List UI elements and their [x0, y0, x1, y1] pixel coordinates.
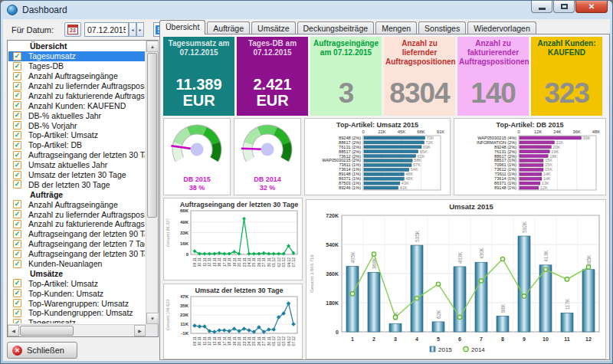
checkbox-checked-icon[interactable]: ✓: [13, 319, 21, 323]
bar-value-label: 535K: [415, 230, 420, 242]
checkbox-checked-icon[interactable]: ✓: [13, 121, 21, 130]
list-item-label: Top-Artikel: DB: [28, 140, 82, 149]
x-tick-label: 10: [543, 336, 549, 342]
checkbox-checked-icon[interactable]: ✓: [13, 220, 21, 228]
tab-umsaetze[interactable]: Umsätze: [251, 21, 295, 34]
checkbox-checked-icon[interactable]: ✓: [13, 279, 21, 287]
tile-header: Anzahl zu liefernder Auftragspositionen: [385, 39, 454, 66]
sidebar-item-auftragseingang-der-letzten-90-tage[interactable]: ✓Auftragseingang der letzten 90 Tage: [8, 229, 145, 239]
checkbox-checked-icon[interactable]: ✓: [13, 161, 21, 169]
horizontal-scroll-thumb[interactable]: [20, 326, 74, 336]
checkbox-checked-icon[interactable]: ✓: [13, 250, 21, 258]
schliessen-button[interactable]: ✕ Schließen: [7, 342, 77, 359]
sidebar-item-top-kundengruppen-umsatz[interactable]: ✓Top-Kundengruppen: Umsatz: [8, 308, 145, 318]
checkbox-checked-icon[interactable]: ✓: [13, 72, 21, 80]
sidebar-item-auftragseingang-der-letzten-30-tage[interactable]: ✓Auftragseingang der letzten 30 Tage: [8, 150, 145, 160]
checkbox-checked-icon[interactable]: ✓: [13, 240, 21, 248]
sidebar-item-db-vorjahr[interactable]: ✓DB-% Vorjahr: [8, 120, 145, 130]
metric-list: Übersicht✓Tagesumsatz✓Tages-DB✓Anzahl Au…: [7, 40, 159, 337]
date-prev-button[interactable]: ◂: [129, 22, 136, 37]
x-tick-label: 24.11: [247, 336, 251, 346]
tile-value: 11.389: [175, 77, 221, 93]
sidebar-item-top-artikel-umsatz[interactable]: ✓Top-Artikel: Umsatz: [8, 130, 145, 140]
sidebar-item-anzahl-zu-liefernder-auftragspositionen[interactable]: ✓Anzahl zu liefernder Auftragspositionen: [8, 81, 145, 91]
sidebar-item-umsatz-aktuelles-jahr[interactable]: ✓Umsatz aktuelles Jahr: [8, 160, 145, 170]
checkbox-checked-icon[interactable]: ✓: [13, 91, 21, 100]
y-tick-label: 0: [186, 252, 189, 257]
sidebar-item-tages-db[interactable]: ✓Tages-DB: [8, 61, 145, 71]
horizontal-scrollbar[interactable]: ◀ ▶: [8, 324, 146, 336]
checkbox-checked-icon[interactable]: ✓: [13, 171, 21, 179]
tab-deckungsbeitraege[interactable]: Deckungsbeiträge: [297, 21, 375, 34]
sidebar-item-anzahl-zu-fakturierende-auftragsposition[interactable]: ✓Anzahl zu fakturierende Auftragspositio…: [8, 90, 145, 100]
checkbox-checked-icon[interactable]: ✓: [13, 151, 21, 159]
tab-sonstiges[interactable]: Sonstiges: [418, 21, 466, 34]
sidebar-item-anzahl-zu-liefernder-auftragspositionen[interactable]: ✓Anzahl zu liefernder Auftragspositionen: [8, 209, 145, 219]
sidebar-item-anzahl-auftragseingaenge[interactable]: ✓Anzahl Auftragseingänge: [8, 71, 145, 81]
y-tick-label: 11K: [180, 322, 188, 326]
sidebar-item-top-kunden-umsatz[interactable]: ✓Top-Kunden: Umsatz: [8, 288, 145, 298]
checkbox-checked-icon[interactable]: ✓: [13, 82, 21, 90]
sidebar-item-tagesumsatz[interactable]: ✓Tagesumsatz: [8, 51, 145, 61]
x-tick-label: 02.12: [277, 336, 281, 346]
checkbox-checked-icon[interactable]: ✓: [13, 260, 21, 268]
x-tick-label: 25.11: [251, 257, 256, 267]
sidebar-item-top-artikel-db[interactable]: ✓Top-Artikel: DB: [8, 140, 145, 150]
sidebar-item-top-artikel-umsatz[interactable]: ✓Top-Artikel: Umsatz: [8, 278, 145, 288]
x-tick-label: 0: [362, 130, 364, 134]
checkbox-checked-icon[interactable]: ✓: [13, 299, 21, 307]
checkbox-checked-icon[interactable]: ✓: [13, 200, 21, 208]
sidebar-item-anzahl-kunden-kaufend[interactable]: ✓Anzahl Kunden: KAUFEND: [8, 100, 145, 110]
sidebar-item-anzahl-auftragseingaenge[interactable]: ✓Anzahl Auftragseingänge: [8, 199, 145, 209]
vertical-scrollbar[interactable]: ▲ ▼: [146, 41, 158, 324]
arrow-right-icon: ▸: [139, 27, 141, 32]
legend-2014-marker: [464, 346, 468, 351]
tab-mengen[interactable]: Mengen: [375, 21, 417, 34]
checkbox-checked-icon[interactable]: ✓: [13, 52, 21, 61]
sidebar-item-db-aktuelles-jahr[interactable]: ✓DB-% aktuelles Jahr: [8, 110, 145, 120]
sidebar-item-tagesumsatz[interactable]: ✓Tagesumsatz: [8, 318, 145, 323]
vertical-scroll-thumb[interactable]: [147, 53, 157, 218]
scroll-right-button[interactable]: ▶: [134, 325, 146, 336]
date-input[interactable]: [84, 22, 129, 37]
sidebar-item-kunden-neuanlagen[interactable]: ✓Kunden-Neuanlagen: [8, 259, 145, 269]
checkbox-checked-icon[interactable]: ✓: [13, 62, 21, 71]
line-chart-svg: Auftragseingang der letzten 30 Tage016K3…: [164, 198, 302, 280]
maximize-button[interactable]: [553, 0, 575, 13]
scroll-down-button[interactable]: ▼: [146, 313, 159, 324]
sidebar-item-anzahl-zu-fakturierende-auftragsposition[interactable]: ✓Anzahl zu fakturierende Auftragspositio…: [8, 219, 145, 229]
checkbox-checked-icon[interactable]: ✓: [13, 131, 21, 139]
sidebar-item-auftragseingang-der-letzten-7-tage[interactable]: ✓Auftragseingang der letzten 7 Tage: [8, 239, 145, 249]
close-button[interactable]: ✕: [575, 0, 608, 13]
checkbox-checked-icon[interactable]: ✓: [13, 111, 21, 120]
bar-2015: [368, 272, 380, 332]
tab-auftraege[interactable]: Aufträge: [207, 21, 250, 34]
legend-2014-label: 2014: [471, 346, 485, 353]
x-tick-label: 4: [415, 336, 418, 342]
scroll-up-button[interactable]: ▲: [146, 41, 159, 52]
list-item-label: Anzahl zu liefernder Auftragspositionen: [28, 210, 145, 219]
date-next-button[interactable]: ▸: [136, 22, 144, 37]
tab-wiedervorlagen[interactable]: Wiedervorlagen: [467, 21, 536, 34]
checkbox-checked-icon[interactable]: ✓: [13, 289, 21, 297]
tab-uebersicht[interactable]: Übersicht: [159, 20, 205, 34]
checkbox-checked-icon[interactable]: ✓: [13, 210, 21, 218]
sidebar-item-auftragseingang-der-letzten-30-tage[interactable]: ✓Auftragseingang der letzten 30 Tage: [8, 249, 145, 259]
sidebar-item-db-der-letzten-30-tage[interactable]: ✓DB der letzten 30 Tage: [8, 179, 145, 189]
sidebar-item-umsatz-der-letzten-30-tage[interactable]: ✓Umsatz der letzten 30 Tage: [8, 170, 145, 180]
checkbox-checked-icon[interactable]: ✓: [13, 101, 21, 110]
bar-category-label: 89246 (1%): [339, 185, 361, 190]
checkbox-checked-icon[interactable]: ✓: [13, 141, 21, 149]
sidebar-item-top-warengruppen-umsatz[interactable]: ✓Top-Warengruppen: Umsatz: [8, 298, 145, 308]
minimize-button[interactable]: [531, 0, 552, 13]
bar: [520, 186, 539, 189]
checkbox-checked-icon[interactable]: ✓: [13, 180, 21, 189]
chart-top-artikel-umsatz: Top-Artikel: Umsatz 2015022K45K68K91K892…: [304, 118, 451, 195]
chart-title: Auftragseingang der letzten 30 Tage: [180, 201, 298, 208]
checkbox-checked-icon[interactable]: ✓: [13, 230, 21, 238]
scroll-left-button[interactable]: ◀: [8, 325, 19, 336]
checkbox-checked-icon[interactable]: ✓: [13, 309, 21, 317]
bar-value-label: 98K: [500, 303, 506, 313]
title-bar[interactable]: Dashboard: [1, 1, 612, 18]
calendar-button[interactable]: 23: [64, 22, 81, 37]
